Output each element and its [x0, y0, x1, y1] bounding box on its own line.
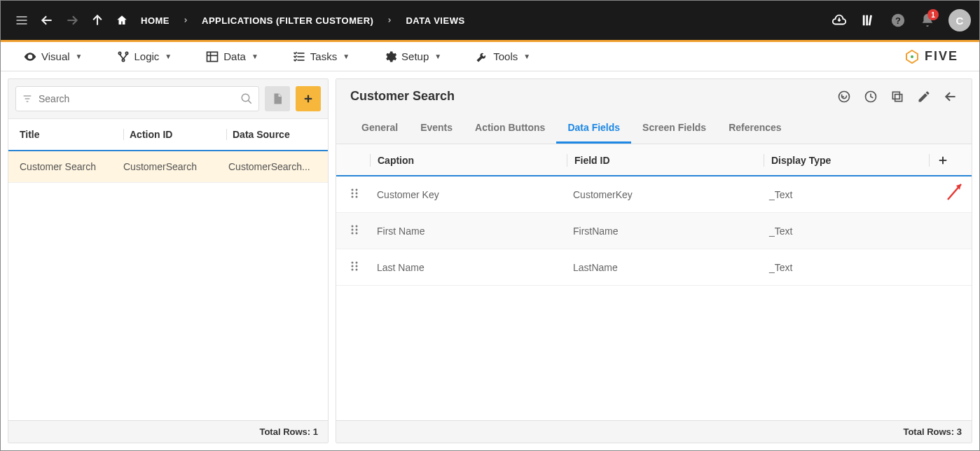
search-input-wrap[interactable] — [15, 86, 259, 111]
left-table-footer: Total Rows: 1 — [8, 420, 328, 443]
col-header-data-source[interactable]: Data Source — [233, 129, 317, 140]
menu-icon[interactable] — [9, 8, 34, 33]
copy-icon[interactable] — [890, 90, 904, 104]
undo-icon[interactable] — [837, 90, 851, 104]
search-icon[interactable] — [240, 92, 253, 105]
svg-point-44 — [352, 229, 354, 231]
breadcrumb-home[interactable]: HOME — [134, 15, 177, 26]
tasks-icon — [292, 50, 306, 64]
svg-point-36 — [352, 189, 354, 191]
left-table-header: Title Action ID Data Source — [8, 119, 328, 151]
document-button[interactable] — [265, 86, 290, 111]
help-icon[interactable]: ? — [885, 8, 911, 33]
col-header-title[interactable]: Title — [20, 129, 118, 140]
svg-point-41 — [356, 196, 358, 198]
main: Title Action ID Data Source Customer Sea… — [1, 71, 979, 450]
col-header-action-id[interactable]: Action ID — [130, 129, 221, 140]
tab-screen-fields[interactable]: Screen Fields — [631, 113, 717, 144]
tools-icon — [475, 50, 489, 64]
col-header-field-id[interactable]: Field ID — [574, 155, 764, 166]
edit-icon[interactable] — [917, 90, 931, 104]
searchbar — [8, 79, 328, 118]
svg-rect-7 — [866, 15, 868, 26]
right-table-header: Caption Field ID Display Type — [336, 144, 972, 176]
svg-rect-6 — [863, 15, 865, 26]
drag-handle-icon[interactable] — [350, 261, 359, 272]
add-field-button[interactable] — [937, 154, 958, 167]
drag-handle-icon[interactable] — [350, 188, 359, 199]
chevron-right-icon — [383, 17, 396, 24]
menu-tools[interactable]: Tools ▼ — [467, 50, 539, 64]
chevron-down-icon: ▼ — [251, 53, 258, 60]
svg-point-51 — [356, 265, 358, 268]
cell-action-id: CustomerSearch — [123, 161, 228, 172]
breadcrumb: HOME APPLICATIONS (FILTER CUSTOMER) DATA… — [116, 14, 472, 27]
page-title: Customer Search — [350, 89, 455, 104]
cell-field-id: CustomerKey — [573, 189, 762, 200]
left-table: Title Action ID Data Source Customer Sea… — [8, 118, 328, 443]
notifications-icon[interactable]: 1 — [915, 8, 940, 33]
right-panel: Customer Search General Events Action Bu… — [336, 78, 972, 443]
menu-tasks[interactable]: Tasks ▼ — [284, 50, 358, 64]
library-icon[interactable] — [856, 8, 881, 33]
svg-rect-8 — [869, 15, 872, 26]
add-button[interactable] — [296, 86, 321, 111]
svg-point-42 — [352, 226, 354, 228]
right-panel-header: Customer Search — [336, 79, 972, 113]
col-header-caption[interactable]: Caption — [378, 155, 567, 166]
right-table-footer: Total Rows: 3 — [336, 420, 972, 443]
breadcrumb-dataviews[interactable]: DATA VIEWS — [399, 15, 471, 26]
cell-display-type: _Text — [769, 226, 958, 237]
table-icon — [205, 50, 219, 64]
menu-logic[interactable]: Logic ▼ — [108, 50, 181, 64]
back-arrow-icon[interactable] — [944, 90, 958, 104]
back-icon[interactable] — [34, 8, 60, 33]
svg-point-53 — [356, 269, 358, 271]
menu-data[interactable]: Data ▼ — [197, 50, 267, 64]
drag-handle-icon[interactable] — [350, 224, 359, 235]
tab-data-fields[interactable]: Data Fields — [556, 113, 631, 144]
svg-point-46 — [352, 233, 354, 235]
menu-setup[interactable]: Setup ▼ — [375, 50, 450, 64]
col-header-display-type[interactable]: Display Type — [771, 155, 929, 166]
menu-label: Setup — [401, 50, 429, 62]
eye-icon — [23, 50, 37, 64]
brand-text: FIVE — [925, 49, 958, 64]
chevron-down-icon: ▼ — [434, 53, 441, 60]
svg-point-43 — [356, 226, 358, 228]
chevron-right-icon — [179, 17, 192, 24]
svg-point-39 — [356, 193, 358, 195]
topbar: HOME APPLICATIONS (FILTER CUSTOMER) DATA… — [1, 1, 979, 40]
menubar: Visual ▼ Logic ▼ Data ▼ Tasks ▼ Setup ▼ … — [1, 42, 979, 71]
history-icon[interactable] — [864, 90, 878, 104]
up-icon[interactable] — [85, 8, 110, 33]
svg-point-50 — [352, 265, 354, 268]
cloud-sync-icon[interactable] — [827, 8, 852, 33]
svg-point-38 — [352, 193, 354, 195]
menu-visual[interactable]: Visual ▼ — [15, 50, 91, 64]
menu-label: Data — [223, 50, 246, 62]
notification-badge: 1 — [927, 9, 939, 20]
cell-display-type: _Text — [769, 189, 958, 200]
filter-icon — [22, 93, 33, 104]
breadcrumb-apps[interactable]: APPLICATIONS (FILTER CUSTOMER) — [195, 15, 380, 26]
table-row[interactable]: First NameFirstName_Text — [336, 213, 972, 249]
svg-point-37 — [356, 189, 358, 191]
gear-icon — [383, 50, 397, 64]
svg-point-48 — [352, 262, 354, 264]
table-row[interactable]: Customer KeyCustomerKey_Text — [336, 176, 972, 213]
tab-references[interactable]: References — [717, 113, 793, 144]
search-input[interactable] — [39, 93, 240, 104]
menu-label: Tools — [493, 50, 518, 62]
right-table-body: Customer KeyCustomerKey_TextFirst NameFi… — [336, 176, 972, 286]
menu-label: Logic — [134, 50, 160, 62]
tab-action-buttons[interactable]: Action Buttons — [464, 113, 556, 144]
table-row[interactable]: Customer Search CustomerSearch CustomerS… — [8, 151, 328, 183]
tab-events[interactable]: Events — [409, 113, 464, 144]
svg-point-11 — [118, 52, 120, 54]
avatar[interactable]: C — [948, 9, 971, 32]
svg-point-21 — [911, 55, 913, 58]
svg-rect-32 — [892, 92, 899, 99]
table-row[interactable]: Last NameLastName_Text — [336, 249, 972, 286]
tab-general[interactable]: General — [350, 113, 409, 144]
